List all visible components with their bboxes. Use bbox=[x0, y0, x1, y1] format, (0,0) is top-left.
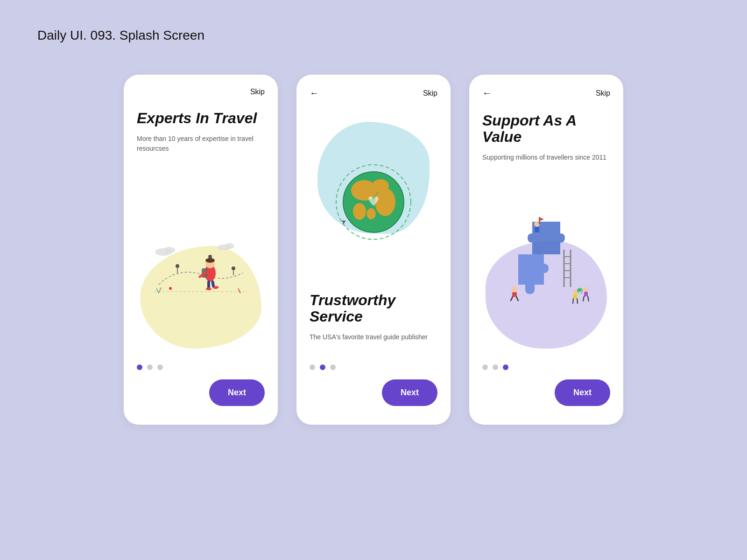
dot-2-3 bbox=[330, 364, 336, 370]
svg-line-51 bbox=[577, 299, 578, 303]
cards-container: Skip Experts In Travel More than 10 year… bbox=[0, 0, 747, 425]
svg-rect-45 bbox=[512, 292, 517, 297]
card-3-back-button[interactable]: ← bbox=[482, 88, 492, 98]
svg-point-53 bbox=[584, 287, 588, 292]
dot-1-3 bbox=[157, 364, 163, 370]
svg-point-10 bbox=[205, 258, 215, 263]
card-3-dots bbox=[482, 364, 610, 370]
svg-line-55 bbox=[583, 296, 584, 301]
card-1-title: Experts In Travel bbox=[137, 110, 265, 126]
svg-point-44 bbox=[512, 287, 517, 292]
dot-1-2 bbox=[147, 364, 153, 370]
card-1-illustration bbox=[137, 169, 265, 349]
svg-point-40 bbox=[534, 221, 540, 227]
svg-point-29 bbox=[353, 203, 366, 220]
card-2-next-button[interactable]: Next bbox=[382, 379, 437, 406]
card-3: ← Skip Support As A Value Supporting mil… bbox=[469, 75, 623, 425]
card-3-subtitle: Supporting millions of travellers since … bbox=[482, 153, 610, 162]
svg-point-20 bbox=[225, 243, 234, 249]
card-2-subtitle: The USA's favorite travel guide publishe… bbox=[310, 332, 437, 342]
svg-point-18 bbox=[164, 247, 175, 253]
card-3-illustration bbox=[482, 178, 610, 349]
card-1-header: Skip bbox=[137, 88, 265, 96]
svg-line-47 bbox=[516, 297, 518, 301]
card-1-skip-button[interactable]: Skip bbox=[250, 88, 265, 96]
card-1: Skip Experts In Travel More than 10 year… bbox=[124, 75, 278, 425]
svg-rect-54 bbox=[584, 292, 588, 296]
card-2: ← Skip bbox=[296, 75, 451, 425]
dot-3-1 bbox=[482, 364, 488, 370]
card-2-skip-button[interactable]: Skip bbox=[423, 89, 437, 98]
card-2-dots bbox=[310, 364, 437, 370]
dot-1-1 bbox=[137, 364, 142, 370]
svg-line-22 bbox=[159, 287, 161, 293]
puzzle-illustration bbox=[495, 217, 598, 310]
card-1-subtitle: More than 10 years of expertise in trave… bbox=[137, 134, 265, 154]
svg-rect-49 bbox=[573, 294, 577, 299]
svg-line-46 bbox=[511, 297, 513, 301]
dot-3-3 bbox=[503, 364, 508, 370]
card-2-illustration bbox=[310, 117, 437, 287]
card-2-title: Trustworthy Service bbox=[310, 292, 437, 325]
dot-3-2 bbox=[493, 364, 498, 370]
globe-illustration bbox=[331, 160, 416, 244]
svg-point-28 bbox=[375, 188, 395, 216]
svg-line-50 bbox=[573, 299, 573, 303]
card-1-next-button[interactable]: Next bbox=[209, 379, 265, 406]
traveler-illustration bbox=[149, 219, 252, 308]
svg-line-21 bbox=[156, 288, 159, 293]
svg-line-23 bbox=[238, 288, 240, 293]
dot-2-2 bbox=[320, 364, 325, 370]
card-3-header: ← Skip bbox=[482, 88, 610, 98]
card-3-next-button[interactable]: Next bbox=[555, 379, 610, 406]
card-2-header: ← Skip bbox=[310, 88, 437, 98]
card-1-dots bbox=[137, 364, 265, 370]
card-3-skip-button[interactable]: Skip bbox=[596, 89, 610, 98]
svg-rect-41 bbox=[535, 227, 539, 232]
svg-point-48 bbox=[573, 289, 578, 294]
svg-line-56 bbox=[588, 296, 589, 301]
card-2-back-button[interactable]: ← bbox=[310, 88, 319, 98]
svg-marker-43 bbox=[539, 217, 544, 221]
dot-2-1 bbox=[310, 364, 315, 370]
card-3-title: Support As A Value bbox=[482, 112, 610, 145]
svg-point-14 bbox=[206, 287, 211, 290]
svg-point-7 bbox=[169, 287, 172, 290]
page-title: Daily UI. 093. Splash Screen bbox=[37, 28, 204, 43]
svg-point-30 bbox=[366, 208, 376, 219]
